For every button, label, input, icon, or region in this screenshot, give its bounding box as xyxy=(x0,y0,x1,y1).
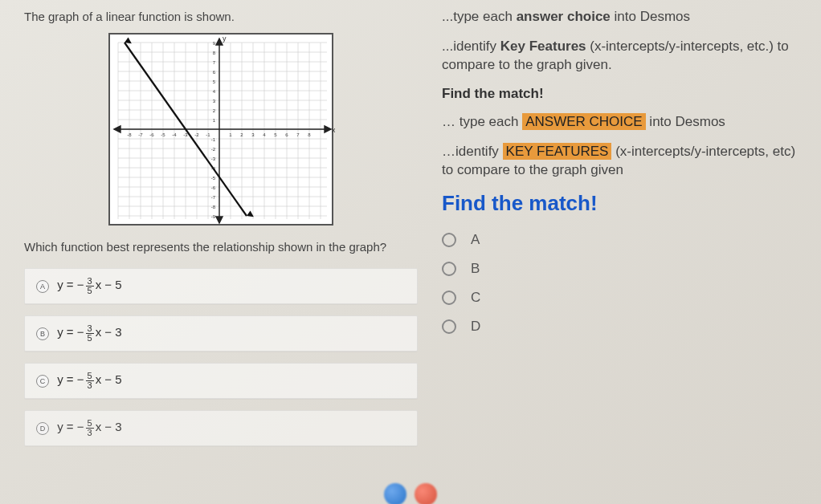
svg-text:1: 1 xyxy=(213,118,216,123)
instruction-line-4: …identify KEY FEATURES (x-intercepts/y-i… xyxy=(442,143,803,180)
radio-circle-icon xyxy=(442,319,456,334)
find-match-blue: Find the match! xyxy=(442,191,803,216)
svg-text:7: 7 xyxy=(213,60,216,65)
svg-text:-7: -7 xyxy=(211,195,216,200)
svg-text:5: 5 xyxy=(274,132,277,137)
find-match-header: Find the match! xyxy=(442,86,803,102)
choice-a-suffix: x − 5 xyxy=(96,278,122,291)
svg-text:-7: -7 xyxy=(138,132,143,137)
svg-marker-40 xyxy=(325,126,331,132)
svg-text:3: 3 xyxy=(251,132,255,137)
choice-c-prefix: y = − xyxy=(57,372,84,386)
svg-text:8: 8 xyxy=(308,132,311,137)
choice-b-suffix: x − 3 xyxy=(96,325,122,339)
choice-letter-d: D xyxy=(36,422,49,435)
graph-container: -8-7-6-5-4-3-2-1 12345678 987654321 -1-2… xyxy=(24,33,418,226)
answer-choice-a[interactable]: A y = −35x − 5 xyxy=(24,268,418,304)
radio-option-d[interactable]: D xyxy=(442,319,803,335)
prompt-title: The graph of a linear function is shown. xyxy=(24,10,418,23)
instructions-panel: ...type each answer choice into Desmos .… xyxy=(434,0,819,504)
fraction: 53 xyxy=(86,372,94,390)
choice-d-suffix: x − 3 xyxy=(96,420,122,433)
radio-label-c: C xyxy=(471,290,480,306)
answer-choice-b[interactable]: B y = −35x − 3 xyxy=(24,315,418,352)
radio-label-b: B xyxy=(471,261,480,277)
svg-text:4: 4 xyxy=(263,132,266,137)
svg-text:-5: -5 xyxy=(211,176,216,181)
svg-text:2: 2 xyxy=(240,132,243,137)
svg-text:8: 8 xyxy=(213,51,216,55)
radio-circle-icon xyxy=(442,233,456,247)
svg-text:-1: -1 xyxy=(206,132,210,137)
svg-text:y: y xyxy=(223,35,227,43)
instruction-line-1: ...type each answer choice into Desmos xyxy=(442,8,803,26)
svg-text:-8: -8 xyxy=(127,132,132,137)
svg-text:-8: -8 xyxy=(211,205,216,209)
linear-function-graph: -8-7-6-5-4-3-2-1 12345678 987654321 -1-2… xyxy=(108,33,333,226)
choice-letter-c: C xyxy=(36,375,49,388)
question-panel: The graph of a linear function is shown. xyxy=(0,0,434,504)
taskbar-icons xyxy=(384,483,437,504)
question-text: Which function best represents the relat… xyxy=(24,240,418,254)
fraction: 35 xyxy=(86,324,94,343)
radio-label-d: D xyxy=(471,319,480,335)
svg-text:x: x xyxy=(332,126,335,134)
svg-text:-1: -1 xyxy=(211,137,216,142)
radio-option-a[interactable]: A xyxy=(442,232,803,248)
answer-choice-d[interactable]: D y = −53x − 3 xyxy=(24,410,418,446)
choice-letter-b: B xyxy=(36,327,49,340)
svg-text:9: 9 xyxy=(213,41,216,46)
choice-b-prefix: y = − xyxy=(57,325,84,339)
svg-text:-6: -6 xyxy=(149,132,154,137)
choice-a-prefix: y = − xyxy=(57,278,84,291)
app-icon[interactable] xyxy=(384,483,406,504)
svg-marker-82 xyxy=(247,210,255,219)
svg-text:5: 5 xyxy=(213,79,216,84)
fraction: 35 xyxy=(86,277,94,295)
svg-text:3: 3 xyxy=(213,99,216,104)
choice-c-suffix: x − 5 xyxy=(96,372,122,386)
fraction: 53 xyxy=(86,419,94,437)
svg-text:4: 4 xyxy=(213,89,216,94)
svg-text:-2: -2 xyxy=(211,147,216,152)
svg-text:-4: -4 xyxy=(172,132,177,137)
svg-text:-3: -3 xyxy=(211,156,216,161)
svg-text:-6: -6 xyxy=(211,185,216,190)
svg-marker-42 xyxy=(216,39,223,45)
svg-marker-41 xyxy=(114,126,120,132)
instruction-line-2: ...identify Key Features (x-intercepts/y… xyxy=(442,38,803,75)
svg-marker-43 xyxy=(216,217,223,223)
radio-circle-icon xyxy=(442,291,456,305)
radio-option-b[interactable]: B xyxy=(442,261,803,277)
radio-label-a: A xyxy=(471,232,480,248)
svg-text:2: 2 xyxy=(213,108,216,113)
svg-text:-2: -2 xyxy=(194,132,199,137)
choice-d-prefix: y = − xyxy=(57,420,84,433)
svg-text:6: 6 xyxy=(285,132,288,137)
radio-option-c[interactable]: C xyxy=(442,290,803,306)
svg-text:1: 1 xyxy=(229,132,232,137)
radio-circle-icon xyxy=(442,262,456,276)
app-icon[interactable] xyxy=(415,483,437,504)
instruction-line-3: … type each ANSWER CHOICE into Desmos xyxy=(442,113,803,132)
svg-text:-9: -9 xyxy=(211,214,216,219)
svg-text:-5: -5 xyxy=(161,132,165,137)
svg-text:7: 7 xyxy=(296,132,300,137)
answer-choice-c[interactable]: C y = −53x − 5 xyxy=(24,363,418,399)
choice-letter-a: A xyxy=(36,280,49,293)
svg-text:6: 6 xyxy=(213,70,216,75)
radio-group: A B C D xyxy=(442,232,803,335)
